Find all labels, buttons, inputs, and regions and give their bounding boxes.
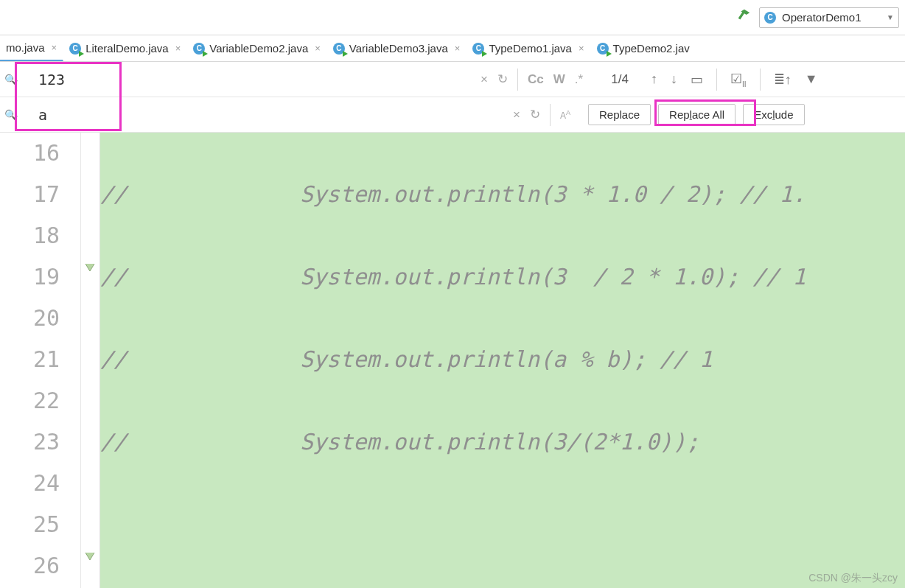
line-number: 23 [0,421,80,463]
separator [760,69,761,91]
tab-label: LiteralDemo.java [85,42,169,55]
history-icon[interactable]: ↻ [530,107,540,122]
find-right-controls: 1/4 ↑ ↓ ▭ ☑II ≣↑ ▼ [593,69,905,91]
replace-all-button[interactable]: Replace All [658,104,735,125]
line-number: 16 [0,133,80,174]
line-number: 24 [0,463,80,504]
line-number: 25 [0,504,80,545]
tab-label: VariableDemo3.java [349,42,448,55]
editor-tabs: mo.java × C LiteralDemo.java × C Variabl… [0,35,905,62]
close-icon[interactable]: × [175,43,181,54]
tab-file-5[interactable]: C TypeDemo2.jav [591,35,696,61]
code-area[interactable]: // System.out.println(3 * 1.0 / 2); // 1… [100,133,905,588]
line-number: 22 [0,380,80,421]
tab-file-1[interactable]: C LiteralDemo.java × [63,35,187,61]
prev-match-icon[interactable]: ↑ [651,71,657,87]
top-toolbar: C OperatorDemo1 ▼ [0,0,905,35]
words-toggle[interactable]: W [553,72,565,87]
close-icon[interactable]: × [455,43,461,54]
tab-file-0[interactable]: mo.java × [0,35,63,61]
java-class-icon: C [764,12,776,24]
find-replace-panel: 🔍 ▾ × ↻ Cc W .* 1/4 ↑ ↓ ▭ ☑II ≣↑ ▼ 🔍 ▾ [0,62,905,133]
list-icon[interactable]: ≣↑ [774,71,792,88]
history-icon[interactable]: ↻ [497,71,508,87]
java-class-icon: C [193,43,205,55]
clear-icon[interactable]: × [513,108,520,122]
code-editor[interactable]: 16 17 18 19 20 21 22 23 24 25 26 // Syst… [0,133,905,588]
exclude-button[interactable]: Exclude [743,104,804,125]
code-text: // System.out.println(3 * 1.0 / 2); // 1… [100,181,806,207]
line-number: 17 [0,174,80,215]
replace-row: 🔍 ▾ × ↻ AA Replace Replace All Exclude [0,97,905,133]
java-class-icon: C [472,43,484,55]
filter-icon[interactable]: ▼ [805,71,818,87]
replace-input[interactable] [21,106,470,124]
tab-label: VariableDemo2.java [209,42,308,55]
close-icon[interactable]: × [579,43,584,54]
select-all-icon[interactable]: ▭ [691,71,703,88]
next-match-icon[interactable]: ↓ [671,71,677,87]
chevron-down-icon: ▼ [887,13,894,21]
tab-file-3[interactable]: C VariableDemo3.java × [327,35,467,61]
replace-inline-controls: × ↻ AA [470,104,581,126]
java-class-icon: C [597,43,609,55]
java-class-icon: C [69,43,81,55]
separator [716,69,717,91]
fold-end-icon[interactable] [84,551,96,563]
code-text: // System.out.println(3 / 2 * 1.0); // 1 [100,264,806,290]
tab-file-4[interactable]: C TypeDemo1.java × [467,35,590,61]
line-number: 26 [0,545,80,587]
line-gutter: 16 17 18 19 20 21 22 23 24 25 26 [0,133,81,588]
line-number: 20 [0,298,80,339]
match-case-toggle[interactable]: Cc [528,72,544,87]
code-text: // System.out.println(a % b); // 1 [100,346,713,372]
tab-label: TypeDemo1.java [489,42,572,55]
preserve-case-toggle[interactable]: AA [560,109,570,121]
close-icon[interactable]: × [52,42,57,53]
find-input[interactable] [21,71,470,88]
regex-toggle[interactable]: .* [575,72,583,87]
run-config-label: OperatorDemo1 [782,11,881,24]
close-icon[interactable]: × [315,43,321,54]
build-icon[interactable] [735,7,752,28]
chevron-down-icon[interactable]: ▾ [15,113,18,120]
tab-label: mo.java [6,41,45,54]
line-number: 21 [0,339,80,380]
find-inline-controls: × ↻ Cc W .* [470,69,593,91]
run-config-dropdown[interactable]: C OperatorDemo1 ▼ [759,7,899,28]
add-selection-icon[interactable]: ☑II [730,71,747,88]
fold-strip [81,133,100,588]
replace-button[interactable]: Replace [588,104,651,125]
fold-end-icon[interactable] [84,262,96,274]
separator [517,69,518,91]
chevron-down-icon[interactable]: ▾ [15,78,18,85]
line-number: 19 [0,256,80,298]
line-number: 18 [0,215,80,256]
match-count: 1/4 [602,72,637,87]
clear-icon[interactable]: × [481,72,488,87]
find-row: 🔍 ▾ × ↻ Cc W .* 1/4 ↑ ↓ ▭ ☑II ≣↑ ▼ [0,62,905,97]
separator [550,104,551,126]
replace-buttons: Replace Replace All Exclude [581,104,905,125]
tab-file-2[interactable]: C VariableDemo2.java × [187,35,327,61]
tab-label: TypeDemo2.jav [613,42,690,55]
java-class-icon: C [333,43,345,55]
watermark: CSDN @朱一头zcy [808,572,898,585]
code-text: // System.out.println(3/(2*1.0)); [100,429,699,455]
